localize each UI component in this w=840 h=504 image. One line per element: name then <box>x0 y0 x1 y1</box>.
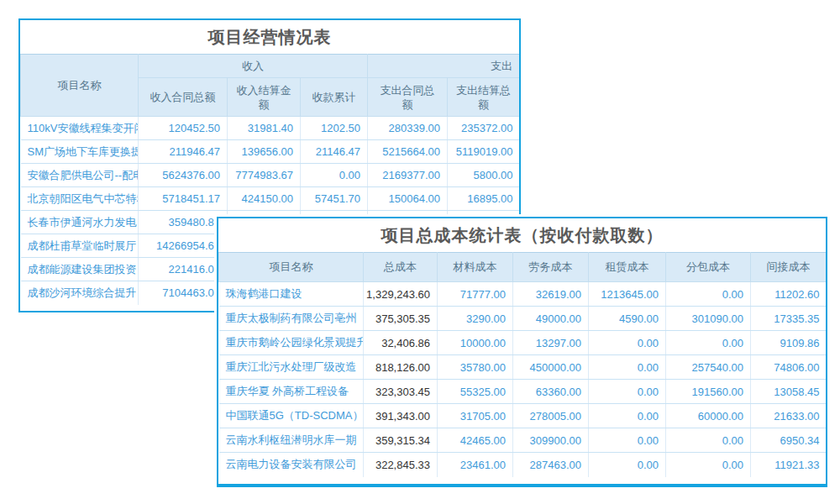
cost-table-title: 项目总成本统计表（按收付款取数） <box>218 218 826 252</box>
amount-cell[interactable]: 309900.00 <box>513 428 589 453</box>
amount-cell[interactable]: 0.00 <box>589 428 666 453</box>
amount-cell[interactable]: 35780.00 <box>438 355 513 380</box>
amount-cell[interactable]: 0.00 <box>589 331 666 355</box>
project-name-link[interactable]: 中国联通5G（TD-SCDMA） <box>219 404 364 428</box>
amount-cell[interactable]: 11202.60 <box>751 282 827 307</box>
amount-cell[interactable]: 5718451.17 <box>139 187 228 211</box>
amount-cell[interactable]: 257540.00 <box>666 355 751 380</box>
amount-cell[interactable]: 31981.40 <box>228 117 301 140</box>
amount-cell[interactable]: 0.00 <box>589 355 666 380</box>
amount-cell[interactable]: 11921.33 <box>751 453 827 477</box>
amount-cell[interactable]: 0.00 <box>589 380 666 404</box>
amount-cell[interactable]: 278005.00 <box>513 404 589 428</box>
total-cost-cell: 1,329,243.60 <box>364 282 438 307</box>
amount-cell[interactable]: 3290.00 <box>438 307 513 331</box>
amount-cell[interactable]: 0.00 <box>589 453 666 477</box>
amount-cell[interactable]: 1202.50 <box>301 117 368 140</box>
header-row: 项目名称 总成本 材料成本 劳务成本 租赁成本 分包成本 间接成本 <box>219 253 827 282</box>
amount-cell[interactable]: 60000.00 <box>666 404 751 428</box>
project-name-link[interactable]: 重庆市鹅岭公园绿化景观提升 <box>219 331 364 355</box>
column-header: 收入合同总额 <box>139 78 228 117</box>
column-header-rental-cost: 租赁成本 <box>589 253 666 282</box>
amount-cell[interactable]: 23461.00 <box>438 453 513 477</box>
amount-cell[interactable]: 14266954.67 <box>139 234 228 258</box>
cost-table: 项目名称 总成本 材料成本 劳务成本 租赁成本 分包成本 间接成本 珠海鹤港口建… <box>218 252 827 477</box>
amount-cell[interactable]: 5624376.00 <box>139 164 228 187</box>
project-name-link[interactable]: 成都杜甫草堂临时展厅 <box>21 234 139 258</box>
amount-cell[interactable]: 0.00 <box>666 453 751 477</box>
column-header-labor-cost: 劳务成本 <box>513 253 589 282</box>
amount-cell[interactable]: 0.00 <box>666 282 751 307</box>
amount-cell[interactable]: 301090.00 <box>666 307 751 331</box>
amount-cell[interactable]: 17335.35 <box>751 307 827 331</box>
project-name-link[interactable]: 长春市伊通河水力发电 <box>21 211 139 234</box>
amount-cell[interactable]: 191560.00 <box>666 380 751 404</box>
amount-cell[interactable]: 6950.34 <box>751 428 827 453</box>
amount-cell[interactable]: 7104463.00 <box>139 281 228 305</box>
project-name-link[interactable]: 珠海鹤港口建设 <box>219 282 364 307</box>
project-name-link[interactable]: 北京朝阳区电气中芯特种 <box>21 187 139 211</box>
group-header-row: 项目名称 收入 支出 <box>21 55 520 78</box>
amount-cell[interactable]: 21633.00 <box>751 404 827 428</box>
amount-cell[interactable]: 4590.00 <box>589 307 666 331</box>
project-name-link[interactable]: 成都沙河环境综合提升 <box>21 281 139 305</box>
project-name-link[interactable]: 云南水利枢纽潜明水库一期 <box>219 428 364 453</box>
amount-cell[interactable]: 55325.00 <box>438 380 513 404</box>
amount-cell[interactable]: 139656.00 <box>228 140 301 164</box>
amount-cell[interactable]: 63360.00 <box>513 380 589 404</box>
amount-cell[interactable]: 71777.00 <box>438 282 513 307</box>
column-header-subcontract-cost: 分包成本 <box>666 253 751 282</box>
amount-cell[interactable]: 16895.00 <box>448 187 520 211</box>
amount-cell[interactable]: 280339.00 <box>368 117 448 140</box>
amount-cell[interactable]: 0.00 <box>301 164 368 187</box>
project-name-link[interactable]: 成都能源建设集团投资 <box>21 258 139 281</box>
amount-cell[interactable]: 13297.00 <box>513 331 589 355</box>
table-row: 重庆太极制药有限公司亳州 375,305.35 3290.00 49000.00… <box>219 307 827 331</box>
amount-cell[interactable]: 31705.00 <box>438 404 513 428</box>
amount-cell[interactable]: 57451.70 <box>301 187 368 211</box>
amount-cell[interactable]: 21146.47 <box>301 140 368 164</box>
amount-cell[interactable]: 74806.00 <box>751 355 827 380</box>
table-row: 中国联通5G（TD-SCDMA） 391,343.00 31705.00 278… <box>219 404 827 428</box>
project-name-link[interactable]: 110kV安徽线程集变开闭 <box>21 117 139 140</box>
project-name-link[interactable]: 重庆太极制药有限公司亳州 <box>219 307 364 331</box>
amount-cell[interactable]: 9109.86 <box>751 331 827 355</box>
column-header: 支出合同总额 <box>368 78 448 117</box>
project-name-link[interactable]: 重庆江北污水处理厂级改造 <box>219 355 364 380</box>
amount-cell[interactable]: 5119019.00 <box>448 140 520 164</box>
amount-cell[interactable]: 13058.45 <box>751 380 827 404</box>
total-cost-report-card: 项目总成本统计表（按收付款取数） 项目名称 总成本 材料成本 劳务成本 租赁成本… <box>217 217 827 487</box>
amount-cell[interactable]: 424150.00 <box>228 187 301 211</box>
amount-cell[interactable]: 2169377.00 <box>368 164 448 187</box>
amount-cell[interactable]: 1213645.00 <box>589 282 666 307</box>
project-name-link[interactable]: 安徽合肥供电公司--配电网 <box>21 164 139 187</box>
amount-cell[interactable]: 150064.00 <box>368 187 448 211</box>
amount-cell[interactable]: 42465.00 <box>438 428 513 453</box>
amount-cell[interactable]: 235372.00 <box>448 117 520 140</box>
project-name-link[interactable]: 云南电力设备安装有限公司 <box>219 453 364 477</box>
project-name-link[interactable]: 重庆华夏 外高桥工程设备 <box>219 380 364 404</box>
amount-cell[interactable]: 221416.04 <box>139 258 228 281</box>
total-cost-cell: 322,845.33 <box>364 453 438 477</box>
amount-cell[interactable]: 287463.00 <box>513 453 589 477</box>
amount-cell[interactable]: 450000.00 <box>513 355 589 380</box>
amount-cell[interactable]: 5215664.00 <box>368 140 448 164</box>
total-cost-cell: 391,343.00 <box>364 404 438 428</box>
project-name-link[interactable]: SM广场地下车库更换提升 <box>21 140 139 164</box>
amount-cell[interactable]: 0.00 <box>666 331 751 355</box>
amount-cell[interactable]: 120452.50 <box>139 117 228 140</box>
column-header-indirect-cost: 间接成本 <box>751 253 827 282</box>
table-row: 北京朝阳区电气中芯特种 5718451.17 424150.00 57451.7… <box>21 187 520 211</box>
column-header: 收款累计 <box>301 78 368 117</box>
amount-cell[interactable]: 10000.00 <box>438 331 513 355</box>
amount-cell[interactable]: 49000.00 <box>513 307 589 331</box>
amount-cell[interactable]: 0.00 <box>666 428 751 453</box>
amount-cell[interactable]: 5800.00 <box>448 164 520 187</box>
amount-cell[interactable]: 359480.89 <box>139 211 228 234</box>
table-row: 云南电力设备安装有限公司 322,845.33 23461.00 287463.… <box>219 453 827 477</box>
amount-cell[interactable]: 7774983.67 <box>228 164 301 187</box>
amount-cell[interactable]: 211946.47 <box>139 140 228 164</box>
amount-cell[interactable]: 0.00 <box>589 404 666 428</box>
amount-cell[interactable]: 32619.00 <box>513 282 589 307</box>
total-cost-cell: 323,303.45 <box>364 380 438 404</box>
